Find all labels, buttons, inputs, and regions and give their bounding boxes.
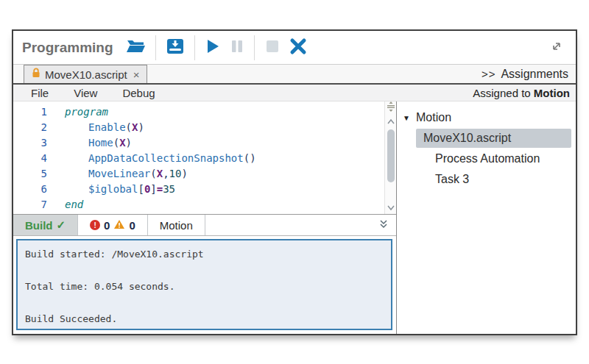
collapse-output-button[interactable] (371, 215, 396, 235)
chevrons-right-icon: >> (482, 68, 496, 80)
code-line[interactable]: 1program (13, 104, 384, 120)
line-number: 1 (13, 104, 47, 120)
line-number: 2 (13, 120, 47, 135)
line-number: 4 (13, 151, 47, 166)
code-line[interactable]: 2Enable(X) (13, 120, 384, 135)
expand-diagonal-icon (549, 39, 564, 56)
pause-button[interactable] (225, 36, 249, 59)
line-number: 3 (13, 135, 47, 151)
toolbar-separator (254, 35, 255, 60)
assignments-label: Assignments (501, 68, 568, 81)
caret-down-icon[interactable] (416, 176, 435, 184)
stop-icon (264, 38, 281, 57)
tree-item-movex10-ascript[interactable]: MoveX10.ascript (397, 128, 576, 149)
scroll-thumb[interactable] (387, 129, 395, 182)
split-editor-handle[interactable] (387, 101, 395, 115)
save-icon (166, 38, 185, 57)
output-line (25, 263, 384, 279)
tree-item-label: MoveX10.ascript (416, 129, 571, 148)
open-file-button[interactable] (121, 36, 150, 59)
code-line[interactable]: 4AppDataCollectionSnapshot() (13, 151, 384, 166)
output-line: Total time: 0.054 seconds. (25, 279, 384, 295)
tab-movex10-ascript[interactable]: MoveX10.ascript × (24, 65, 147, 83)
save-button[interactable] (161, 36, 189, 59)
tab-errors-warnings[interactable]: ! 0 0 (78, 215, 148, 235)
lock-icon (32, 68, 40, 81)
check-icon: ✓ (57, 218, 66, 232)
menu-debug[interactable]: Debug (122, 87, 155, 99)
tree-item-task-3[interactable]: Task 3 (397, 169, 576, 190)
tab-close-icon[interactable]: × (133, 68, 140, 81)
pause-icon (230, 38, 244, 57)
output-tab-bar: Build ✓ ! 0 0 Motion (13, 215, 396, 236)
build-output-panel: Build started: /MoveX10.ascript Total ti… (13, 236, 396, 334)
tree-item-label: Process Automation (435, 152, 546, 165)
code-editor[interactable]: 1program2Enable(X)3Home(X)4AppDataCollec… (13, 101, 396, 215)
tab-motion[interactable]: Motion (148, 215, 205, 235)
tab-strip: MoveX10.ascript × >> Assignments (13, 65, 576, 85)
build-output-text[interactable]: Build started: /MoveX10.ascript Total ti… (16, 239, 392, 330)
main-content: 1program2Enable(X)3Home(X)4AppDataCollec… (13, 101, 576, 334)
tree-item-motion[interactable]: ▼Motion (397, 107, 576, 128)
expand-button[interactable] (545, 38, 568, 57)
app-title: Programming (22, 40, 113, 56)
tree-item-process-automation[interactable]: Process Automation (397, 149, 576, 169)
menu-view[interactable]: View (74, 87, 97, 99)
tab-label: MoveX10.ascript (45, 68, 127, 81)
assignments-panel-toggle[interactable]: >> Assignments (482, 65, 576, 83)
run-button[interactable] (200, 36, 225, 59)
menu-bar: File View Debug Assigned to Motion (13, 85, 576, 101)
code-area[interactable]: 1program2Enable(X)3Home(X)4AppDataCollec… (13, 101, 384, 214)
caret-down-icon[interactable] (416, 155, 435, 163)
caret-down-icon[interactable]: ▼ (397, 114, 416, 122)
code-line[interactable]: 3Home(X) (13, 135, 384, 151)
line-number: 5 (13, 166, 47, 182)
editor-pane: 1program2Enable(X)3Home(X)4AppDataCollec… (13, 101, 396, 334)
warning-count: 0 (129, 219, 135, 232)
editor-scrollbar[interactable] (384, 101, 396, 214)
scroll-down-button[interactable] (387, 201, 395, 214)
toolbar: Programming (13, 31, 576, 65)
programming-window: Programming (12, 29, 577, 335)
tree-item-label: Motion (416, 111, 457, 124)
abort-button[interactable] (285, 36, 311, 59)
assignments-tree: ▼MotionMoveX10.ascript Process Automatio… (397, 101, 576, 334)
toolbar-separator (155, 35, 156, 60)
output-line: Build Succeeded. (25, 311, 384, 327)
code-line[interactable]: 5MoveLinear(X,10) (13, 166, 384, 182)
play-icon (205, 38, 221, 57)
menu-file[interactable]: File (31, 87, 49, 99)
warning-icon (113, 219, 125, 232)
code-line[interactable]: 7end (13, 197, 384, 213)
close-x-icon (289, 38, 307, 57)
scroll-up-button[interactable] (387, 115, 395, 128)
tree-item-label: Task 3 (435, 173, 475, 186)
error-count: 0 (104, 219, 110, 232)
line-number: 6 (13, 182, 47, 197)
stop-button[interactable] (260, 36, 285, 59)
double-chevron-down-icon (378, 219, 389, 232)
error-icon: ! (90, 220, 100, 230)
assigned-to-label: Assigned to Motion (473, 87, 570, 99)
folder-open-icon (125, 38, 146, 57)
toolbar-separator (194, 35, 195, 60)
output-line: Build started: /MoveX10.ascript (25, 246, 384, 263)
code-line[interactable]: 6$iglobal[0]=35 (13, 182, 384, 197)
line-number: 7 (13, 197, 47, 213)
tab-build[interactable]: Build ✓ (13, 215, 78, 235)
output-line (25, 295, 384, 311)
